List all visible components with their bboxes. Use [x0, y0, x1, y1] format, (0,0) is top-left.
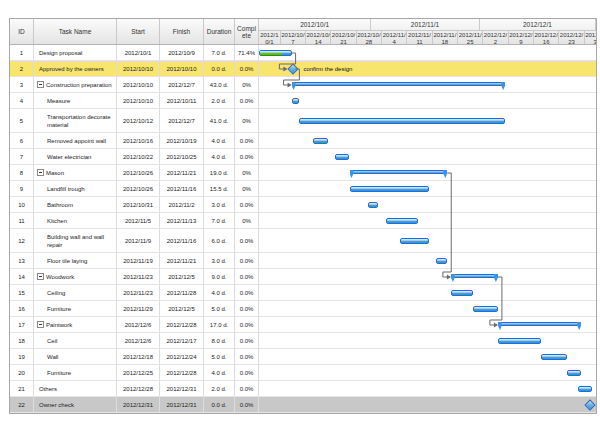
timeline-week-cell: 2012/10/14 [306, 31, 331, 44]
column-header-duration: Duration [204, 19, 235, 44]
task-bar[interactable] [299, 118, 505, 124]
task-bar[interactable] [541, 354, 566, 360]
task-name-cell: Removed appoint wall [34, 133, 117, 148]
task-row[interactable]: 22Owner check2012/12/312012/12/310.0 d.0… [10, 397, 596, 413]
task-id-cell: 18 [10, 333, 34, 348]
gantt-app: ID Task Name Start Finish Duration Compl… [0, 0, 600, 424]
summary-bar[interactable] [498, 322, 581, 326]
task-row[interactable]: 12Building wall and wall repair2012/11/9… [10, 229, 596, 253]
task-start-cell: 2012/10/10 [117, 61, 160, 76]
task-bar[interactable] [335, 154, 349, 160]
task-bar[interactable] [567, 370, 581, 376]
task-bar[interactable] [368, 202, 379, 208]
task-start-cell: 2012/12/18 [117, 349, 160, 364]
task-bar[interactable] [451, 290, 473, 296]
task-name-cell: Ceiling [34, 285, 117, 300]
task-bar[interactable] [498, 338, 541, 344]
task-name-label: Woodwork [46, 273, 74, 281]
task-row[interactable]: 7Water electrician2012/10/222012/10/254.… [10, 149, 596, 165]
task-row[interactable]: 9Landfill trough2012/10/262012/11/1615.5… [10, 181, 596, 197]
task-name-label: Landfill trough [47, 185, 85, 193]
task-bar[interactable] [400, 238, 429, 244]
task-name-cell: Floor tile laying [34, 253, 117, 268]
timeline-month-cell: 2012/11/1 [371, 19, 480, 30]
task-start-cell: 2012/10/31 [117, 197, 160, 212]
task-name-label: Furniture [47, 305, 71, 313]
task-name-label: Construction preparation [46, 81, 112, 89]
collapse-icon[interactable] [37, 273, 44, 280]
task-name-label: Removed appoint wall [47, 137, 106, 145]
timeline-month-cell: 2012/10/1 [259, 19, 371, 30]
task-bar[interactable] [313, 138, 327, 144]
task-row[interactable]: 20Furniture2012/12/252012/12/284.0 d.0.0… [10, 365, 596, 381]
task-row[interactable]: 1Design proposal2012/10/12012/10/97.0 d.… [10, 45, 596, 61]
task-id-cell: 9 [10, 181, 34, 196]
task-bar[interactable] [473, 306, 498, 312]
task-row[interactable]: 21Others2012/12/282012/12/312.0 d.0.0% [10, 381, 596, 397]
task-finish-cell: 2012/11/2 [160, 197, 204, 212]
task-row[interactable]: 8Mason2012/10/262012/11/2119.0 d.0% [10, 165, 596, 181]
task-complete-cell: 0.0% [235, 133, 259, 148]
task-bar[interactable] [386, 218, 419, 224]
task-finish-cell: 2012/12/17 [160, 333, 204, 348]
task-row[interactable]: 10Bathroom2012/10/312012/11/23.0 d.0.0% [10, 197, 596, 213]
task-row[interactable]: 6Removed appoint wall2012/10/162012/10/1… [10, 133, 596, 149]
task-id-cell: 3 [10, 77, 34, 92]
task-bar[interactable] [292, 98, 299, 104]
task-name-cell: Paintwork [34, 317, 117, 332]
task-row[interactable]: 14Woodwork2012/11/232012/12/59.0 d.0.0% [10, 269, 596, 285]
task-name-label: Furniture [47, 369, 71, 377]
task-id-cell: 15 [10, 285, 34, 300]
task-id-cell: 14 [10, 269, 34, 284]
task-name-cell: Wall [34, 349, 117, 364]
task-name-cell: Kitchen [34, 213, 117, 228]
task-id-cell: 8 [10, 165, 34, 180]
task-duration-cell: 2.0 d. [204, 381, 235, 396]
task-name-cell: Building wall and wall repair [34, 229, 117, 252]
task-start-cell: 2012/10/16 [117, 133, 160, 148]
collapse-icon[interactable] [37, 321, 44, 328]
chart-row-background [259, 365, 596, 380]
task-complete-cell: 0.0% [235, 301, 259, 316]
task-duration-cell: 19.0 d. [204, 165, 235, 180]
task-name-label: Design proposal [39, 49, 82, 57]
task-name-cell: Others [34, 381, 117, 396]
task-finish-cell: 2012/11/13 [160, 213, 204, 228]
task-duration-cell: 7.0 d. [204, 213, 235, 228]
task-complete-cell: 0.0% [235, 349, 259, 364]
task-start-cell: 2012/10/22 [117, 149, 160, 164]
task-row[interactable]: 15Ceiling2012/11/232012/11/284.0 d.0.0% [10, 285, 596, 301]
task-complete-cell: 0.0% [235, 269, 259, 284]
task-row[interactable]: 11Kitchen2012/11/52012/11/137.0 d.0% [10, 213, 596, 229]
column-header-start: Start [117, 19, 160, 44]
task-row[interactable]: 2Approved by the owners2012/10/102012/10… [10, 61, 596, 77]
task-start-cell: 2012/10/10 [117, 77, 160, 92]
task-duration-cell: 43.0 d. [204, 77, 235, 92]
summary-bar[interactable] [292, 82, 506, 86]
task-name-cell: Measure [34, 93, 117, 108]
task-bar[interactable] [578, 386, 592, 392]
task-duration-cell: 41.0 d. [204, 109, 235, 132]
task-row[interactable]: 13Floor tile laying2012/11/192012/11/213… [10, 253, 596, 269]
task-bar[interactable] [436, 258, 447, 264]
task-name-label: Kitchen [47, 217, 67, 225]
task-finish-cell: 2012/11/28 [160, 285, 204, 300]
task-finish-cell: 2012/12/28 [160, 365, 204, 380]
task-row[interactable]: 16Furniture2012/11/292012/12/55.0 d.0.0% [10, 301, 596, 317]
timeline-month-row: 2012/10/12012/11/12012/12/1 [259, 19, 596, 31]
collapse-icon[interactable] [37, 169, 44, 176]
task-start-cell: 2012/10/1 [117, 45, 160, 60]
task-complete-cell: 0% [235, 109, 259, 132]
task-bar[interactable] [259, 50, 292, 56]
task-name-label: Wall [47, 353, 58, 361]
task-row[interactable]: 19Wall2012/12/182012/12/245.0 d.0.0% [10, 349, 596, 365]
summary-bar[interactable] [350, 170, 448, 174]
task-name-cell: Landfill trough [34, 181, 117, 196]
task-complete-cell: 0% [235, 213, 259, 228]
task-start-cell: 2012/12/6 [117, 333, 160, 348]
chart-row-background [259, 253, 596, 268]
summary-bar[interactable] [451, 274, 498, 278]
collapse-icon[interactable] [37, 81, 44, 88]
task-row[interactable]: 4Measure2012/10/102012/10/112.0 d.0.0% [10, 93, 596, 109]
task-bar[interactable] [350, 186, 430, 192]
